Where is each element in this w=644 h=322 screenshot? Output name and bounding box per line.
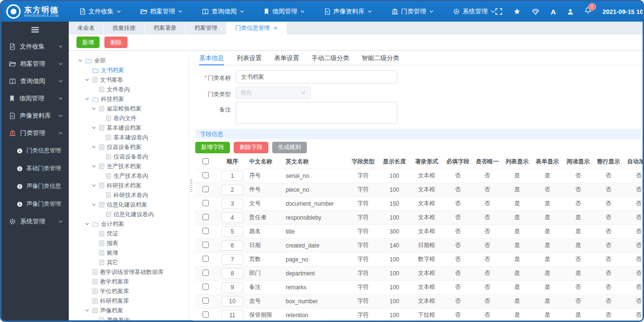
sidebar-item-system-manage[interactable]: 系统管理 [1,213,69,230]
chevron-down-icon[interactable] [91,125,97,130]
tree-node[interactable]: 声像卷内 [72,315,189,321]
sidebar-subitem-media-category-info[interactable]: 声像门类信息 [1,177,69,195]
table-row[interactable]: 3文号document_number字符150文本框否否是是否否否 [195,197,643,211]
goto-page-input[interactable] [415,320,436,322]
page-size-select[interactable]: 100条/页 [322,320,362,322]
chevron-down-icon[interactable] [84,222,90,226]
tree-node[interactable]: 教学档案库 [72,277,189,286]
notification-bell-icon[interactable]: 0 [585,7,591,16]
table-row[interactable]: 1序号serial_no字符100文本框否否是是否否否 [195,169,643,183]
delete-field-button[interactable]: 删除字段 [234,142,268,153]
font-size-icon[interactable]: A [551,8,556,16]
tree-node[interactable]: 卷内文件 [72,113,189,123]
sidebar-item-borrow-manage[interactable]: 借阅管理 [1,90,69,107]
tree-node[interactable]: 仪器设备卷内 [72,152,189,161]
table-row[interactable]: 9备注remarks字符100文本框否否是是否否否 [195,280,643,294]
generate-rule-button[interactable]: 生成规则 [272,142,307,153]
tree-node[interactable]: 科研技术档案 [72,181,189,190]
sidebar-subitem-category-info-manage[interactable]: 门类信息管理 [1,142,69,160]
tree-node[interactable]: 报表 [72,238,189,248]
order-input[interactable]: 11 [221,310,243,319]
row-checkbox[interactable] [202,214,209,220]
chevron-down-icon[interactable] [91,164,97,169]
sidebar-subitem-basic-category-manage[interactable]: 基础门类管理 [1,160,69,177]
tree-node[interactable]: 文件卷内 [72,85,189,94]
brand-logo[interactable]: 东方明德 MINGDEDATA.COM [1,4,69,19]
sidebar-subitem-media-category-manage[interactable]: 声像门类管理 [1,195,69,213]
close-icon[interactable]: × [274,25,278,31]
chevron-down-icon[interactable] [91,106,97,111]
open-tab-4[interactable]: 门类信息管理× [227,22,287,35]
tree-node[interactable]: 科技档案 [72,94,189,104]
open-tab-1[interactable]: 批量挂接 [104,22,145,35]
tree-node[interactable]: 信息化建设卷内 [72,210,189,219]
row-checkbox[interactable] [202,311,209,318]
order-input[interactable]: 3 [221,198,243,209]
panel-splitter[interactable] [189,51,193,321]
table-row[interactable]: 10盒号box_number字符100文本框否否是是否否否 [195,294,643,308]
tree-node[interactable]: 凭证 [72,229,189,238]
tree-node[interactable]: 信息化建设档案 [72,200,189,210]
category-type-select[interactable]: 简化 [236,87,311,99]
row-checkbox[interactable] [202,284,209,290]
category-name-input[interactable] [236,70,397,84]
row-checkbox[interactable] [202,228,209,234]
topnav-item-borrow-manage[interactable]: 借阅管理 [264,7,305,16]
order-input[interactable]: 1 [221,171,243,181]
tree-node[interactable]: 教学训练管理基础数据库 [72,267,189,277]
star-icon[interactable] [514,8,520,15]
chevron-down-icon[interactable] [91,145,97,149]
table-row[interactable]: 11保管期限retention字符100下拉框否否是是是否否 [195,308,643,319]
order-input[interactable]: 6 [221,240,243,251]
tree-node[interactable]: 基本建设卷内 [72,133,189,142]
chevron-down-icon[interactable] [84,97,90,101]
chevron-down-icon[interactable] [91,183,97,188]
topnav-item-file-collect[interactable]: 文件收集 [79,7,121,16]
open-tab-2[interactable]: 档案著录 [145,22,186,35]
table-row[interactable]: 2件号piece_no字符100文本框否否是否否否否 [195,183,643,197]
row-checkbox[interactable] [202,186,209,192]
sidebar-collapse-button[interactable] [1,22,69,38]
tree-node[interactable]: 仪器设备档案 [72,142,189,152]
table-row[interactable]: 7页数page_no字符100数字框否否是是否否否 [195,252,643,266]
tree-node[interactable]: 科研档案库 [72,296,189,306]
tree-node[interactable]: 生产技术卷内 [72,171,189,181]
tree-node[interactable]: 文书案卷 [72,75,189,85]
tree-node[interactable]: 生产技术档案 [72,161,189,171]
detail-tab-3[interactable]: 手动二级分类 [312,51,349,65]
row-checkbox[interactable] [202,297,209,304]
row-checkbox[interactable] [202,270,209,276]
next-page-button[interactable] [382,320,394,322]
tree-node[interactable]: 声像档案 [72,306,189,315]
sidebar-item-query-borrow[interactable]: 查询借阅 [1,73,69,90]
chevron-down-icon[interactable] [84,308,90,313]
detail-tab-2[interactable]: 表单设置 [274,51,299,65]
order-input[interactable]: 5 [221,226,243,237]
delete-button[interactable]: 删除 [104,37,127,48]
order-input[interactable]: 2 [221,185,243,195]
topnav-item-system-manage[interactable]: 系统管理 [453,7,495,16]
topnav-item-category-manage[interactable]: 门类管理 [391,7,434,16]
sidebar-item-archive-manage[interactable]: 档案管理 [1,55,69,73]
sidebar-item-category-manage[interactable]: 门类管理 [1,124,69,142]
open-tab-0[interactable]: 未命名 [69,22,104,35]
gem-icon[interactable] [532,9,539,15]
chevron-down-icon[interactable] [84,77,90,82]
add-field-button[interactable]: 新增字段 [195,142,230,153]
chevron-down-icon[interactable] [77,58,83,63]
row-checkbox[interactable] [202,200,209,206]
tree-node[interactable]: 鉴定检验档案 [72,104,189,113]
chevron-down-icon[interactable] [91,202,97,207]
detail-tab-0[interactable]: 基本信息 [199,51,224,65]
tree-node[interactable]: 账簿 [72,248,189,258]
tree-node[interactable]: 会计档案 [72,219,189,229]
table-row[interactable]: 5题名title字符300文本框否否是是是否否 [195,224,643,238]
topnav-item-archive-manage[interactable]: 档案管理 [140,7,183,16]
fullscreen-icon[interactable] [495,8,502,15]
tree-node[interactable]: 文书档案 [72,65,189,75]
select-all-checkbox[interactable] [202,158,209,164]
tree-node[interactable]: 基本建设档案 [72,123,189,133]
open-tab-3[interactable]: 档案管理 [186,22,227,35]
table-row[interactable]: 8部门department字符100文本框否否是是是否否 [195,266,643,280]
order-input[interactable]: 7 [221,254,243,265]
